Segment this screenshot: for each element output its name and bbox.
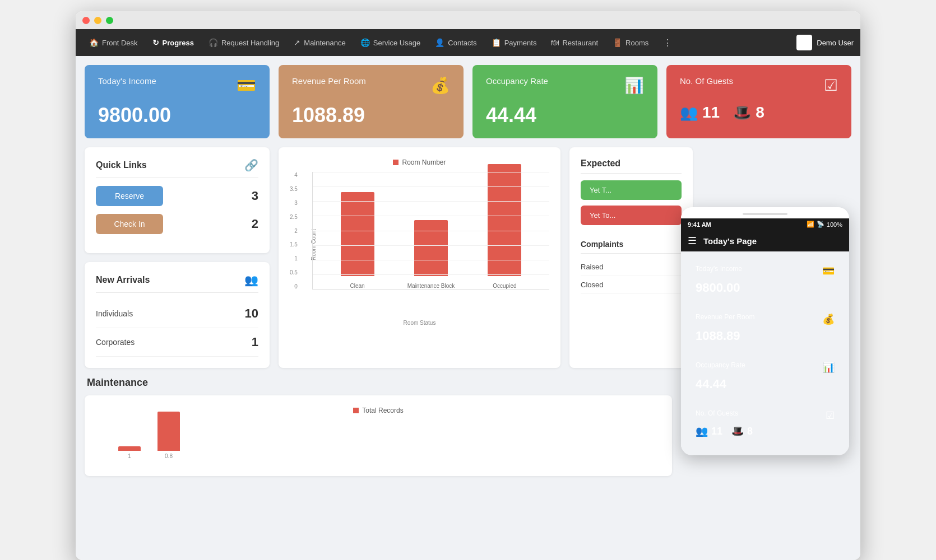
nav-rooms[interactable]: 🚪 Rooms: [606, 35, 655, 50]
checkin-count: 2: [252, 217, 258, 231]
new-arrivals-panel: New Arrivals 👥 Individuals 10 Corporates…: [85, 262, 270, 368]
mobile-content: Today's Income 💳 9800.00 Revenue Per Roo…: [681, 251, 849, 455]
mobile-today-income-title: Today's Income: [696, 265, 742, 273]
no-of-guests-icon: ☑: [824, 76, 838, 95]
main-nav: 🏠 Front Desk ↻ Progress 🎧 Request Handli…: [76, 29, 860, 56]
today-income-card: Today's Income 💳 9800.00: [85, 65, 270, 138]
request-handling-icon: 🎧: [208, 38, 218, 47]
service-usage-icon: 🌐: [360, 38, 370, 47]
nav-user: Demo User: [796, 35, 854, 50]
expected-title: Expected: [581, 158, 682, 174]
quick-links-panel: Quick Links 🔗 Reserve 3 Check In 2: [85, 147, 270, 253]
corporates-count: 1: [252, 335, 258, 349]
nav-payments[interactable]: 📋 Payments: [485, 35, 544, 50]
no-of-guests-card: No. Of Guests ☑ 👥 11 🎩 8: [666, 65, 851, 138]
no-of-guests-title: No. Of Guests: [680, 76, 733, 86]
nav-more-button[interactable]: ⋮: [659, 34, 676, 52]
nav-front-desk[interactable]: 🏠 Front Desk: [82, 35, 145, 50]
maintenance-legend-dot: [353, 408, 359, 413]
mobile-guests-card: No. Of Guests ☑ 👥 11 🎩 8: [688, 403, 842, 444]
occupancy-rate-card: Occupancy Rate 📊 44.44: [472, 65, 657, 138]
mobile-status-bar: 9:41 AM 📶 📡 100%: [681, 218, 849, 230]
nav-request-handling[interactable]: 🎧 Request Handling: [202, 35, 286, 50]
minimize-btn[interactable]: [94, 17, 101, 24]
mobile-corporates: 🎩 8: [731, 425, 753, 437]
revenue-per-room-title: Revenue Per Room: [292, 76, 366, 86]
mini-bar-1: [118, 446, 141, 451]
mobile-status-icons: 📶 📡 100%: [807, 221, 842, 228]
occupancy-rate-title: Occupancy Rate: [486, 76, 548, 86]
bar-occupied-label: Occupied: [493, 283, 516, 289]
bar-chart: 0 0.5 1 1.5 2 2.5 3 3.5 4 Room Count: [290, 172, 549, 318]
revenue-per-room-header: Revenue Per Room 💰: [292, 76, 450, 95]
individuals-row: Individuals 10: [96, 300, 258, 328]
mobile-time: 9:41 AM: [688, 221, 711, 228]
contacts-icon: 👤: [435, 38, 444, 47]
front-desk-icon: 🏠: [89, 38, 99, 47]
link-icon: 🔗: [244, 158, 258, 172]
mobile-occupancy-title: Occupancy Rate: [696, 361, 745, 369]
mini-bar-group-2: 0.8: [157, 412, 180, 459]
today-income-icon: 💳: [237, 76, 256, 95]
nav-progress[interactable]: ↻ Progress: [146, 35, 201, 50]
raised-label: Raised: [581, 263, 603, 271]
mini-bar-2: [157, 412, 180, 451]
mobile-corporates-icon: 🎩: [731, 425, 744, 437]
mobile-menu-icon: ☰: [688, 235, 697, 247]
mobile-individuals: 👥 11: [696, 425, 722, 437]
bar-occupied-rect: [488, 164, 521, 276]
bar-clean-label: Clean: [350, 283, 365, 289]
revenue-per-room-value: 1088.89: [292, 104, 450, 127]
arrivals-icon: 👥: [244, 273, 258, 287]
legend-label: Room Number: [402, 158, 446, 166]
occupancy-rate-value: 44.44: [486, 104, 644, 127]
yet-to-depart-button[interactable]: Yet To...: [581, 206, 682, 225]
bar-clean-rect: [341, 192, 374, 276]
no-of-guests-header: No. Of Guests ☑: [680, 76, 838, 95]
mobile-today-income-icon: 💳: [822, 265, 835, 277]
revenue-per-room-icon: 💰: [430, 76, 450, 95]
close-btn[interactable]: [82, 17, 90, 24]
reserve-button[interactable]: Reserve: [96, 186, 163, 206]
mobile-notch: [743, 213, 787, 215]
mobile-revenue-value: 1088.89: [696, 329, 835, 343]
mobile-guests-icon: ☑: [826, 409, 835, 422]
user-avatar: [796, 35, 812, 50]
bar-maintenance-label: Maintenance Block: [407, 283, 455, 289]
bars-area: Clean Maintenance Block Occupied: [312, 172, 549, 290]
mini-bar-group-1: 1: [118, 446, 141, 459]
maintenance-bars: 1 0.8: [96, 420, 661, 465]
complaints-title: Complaints: [581, 240, 682, 254]
maximize-btn[interactable]: [106, 17, 113, 24]
mobile-today-income-card: Today's Income 💳 9800.00: [688, 258, 842, 302]
revenue-per-room-card: Revenue Per Room 💰 1088.89: [279, 65, 464, 138]
y-axis: 0 0.5 1 1.5 2 2.5 3 3.5 4: [290, 172, 302, 290]
corporates-row: Corporates 1: [96, 328, 258, 357]
reserve-count: 3: [252, 189, 258, 203]
mobile-mockup: 9:41 AM 📶 📡 100% ☰ Today's Page Today's …: [681, 207, 849, 455]
yet-to-arrive-button[interactable]: Yet T...: [581, 180, 682, 200]
complaints-section: Complaints Raised Closed: [581, 240, 682, 294]
mobile-individuals-icon: 👥: [696, 425, 708, 437]
battery-icon: 100%: [827, 221, 842, 228]
mobile-today-income-value: 9800.00: [696, 281, 835, 295]
maintenance-legend: Total Records: [96, 407, 661, 414]
mobile-revenue-card: Revenue Per Room 💰 1088.89: [688, 306, 842, 350]
nav-contacts[interactable]: 👤 Contacts: [428, 35, 483, 50]
nav-service-usage[interactable]: 🌐 Service Usage: [354, 35, 428, 50]
bar-clean: Clean: [341, 192, 374, 289]
mobile-guests-title: No. Of Guests: [696, 409, 738, 417]
mobile-occupancy-value: 44.44: [696, 377, 835, 391]
individuals-label: Individuals: [96, 309, 133, 318]
nav-restaurant[interactable]: 🍽 Restaurant: [544, 35, 605, 50]
checkin-button[interactable]: Check In: [96, 214, 163, 234]
reserve-row: Reserve 3: [96, 186, 258, 206]
bar-maintenance-rect: [414, 220, 448, 276]
corporates-label: Corporates: [96, 338, 135, 347]
mobile-nav-bar: ☰ Today's Page: [681, 230, 849, 251]
payments-icon: 📋: [492, 38, 501, 47]
occupancy-rate-icon: 📊: [624, 76, 644, 95]
nav-maintenance[interactable]: ↗ Maintenance: [287, 35, 352, 50]
stat-cards-row: Today's Income 💳 9800.00 Revenue Per Roo…: [85, 65, 851, 138]
today-income-title: Today's Income: [98, 76, 156, 86]
